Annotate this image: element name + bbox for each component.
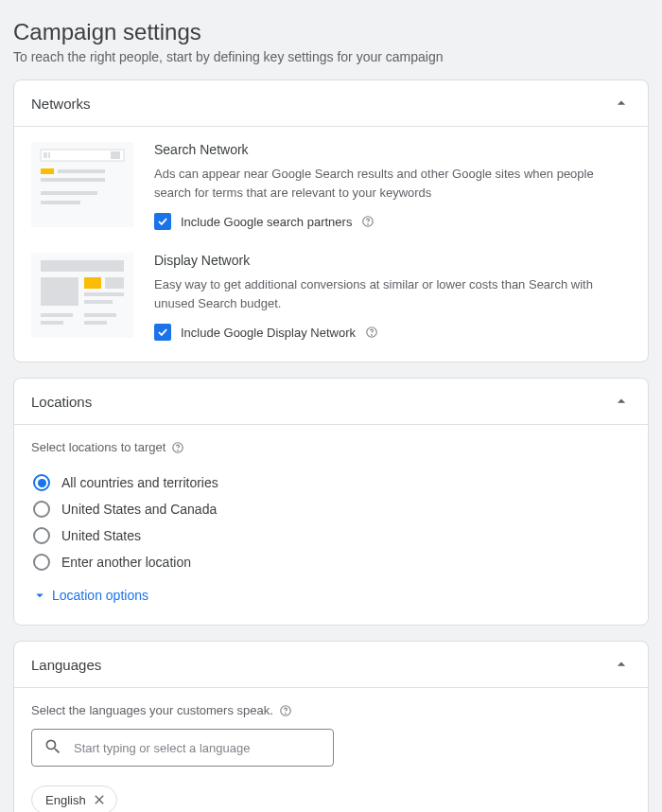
location-options-label: Location options xyxy=(52,588,148,603)
search-network-desc: Ads can appear near Google Search result… xyxy=(154,165,631,202)
svg-point-11 xyxy=(368,224,369,225)
display-network-thumb xyxy=(31,253,133,341)
radio-icon xyxy=(33,501,50,518)
svg-point-28 xyxy=(286,713,287,714)
networks-title: Networks xyxy=(31,96,91,112)
chevron-up-icon xyxy=(612,392,631,411)
svg-rect-16 xyxy=(105,277,124,289)
locations-instruction: Select locations to target xyxy=(31,440,166,454)
help-icon[interactable] xyxy=(279,704,292,717)
search-partners-label: Include Google search partners xyxy=(181,215,352,229)
svg-rect-14 xyxy=(41,277,78,306)
radio-icon xyxy=(33,474,50,491)
display-network-title: Display Network xyxy=(154,253,631,268)
search-partners-checkbox[interactable] xyxy=(154,213,171,230)
page-subtitle: To reach the right people, start by defi… xyxy=(13,49,649,64)
networks-card: Networks xyxy=(13,79,649,362)
svg-point-26 xyxy=(178,450,179,450)
svg-rect-20 xyxy=(41,321,63,325)
search-network-title: Search Network xyxy=(154,142,631,157)
svg-rect-6 xyxy=(58,169,105,173)
svg-rect-5 xyxy=(41,168,54,174)
page-title: Campaign settings xyxy=(13,19,649,45)
help-icon[interactable] xyxy=(365,326,378,339)
language-chip[interactable]: English xyxy=(31,786,117,812)
svg-rect-4 xyxy=(111,151,120,159)
svg-rect-17 xyxy=(84,292,124,296)
radio-label-all: All countries and territories xyxy=(61,475,218,490)
radio-all-countries[interactable]: All countries and territories xyxy=(31,469,631,496)
svg-rect-9 xyxy=(41,201,80,204)
svg-rect-15 xyxy=(84,277,101,289)
svg-point-24 xyxy=(372,335,373,336)
svg-rect-2 xyxy=(44,152,47,158)
locations-title: Locations xyxy=(31,394,92,410)
close-icon[interactable] xyxy=(92,792,107,807)
chevron-up-icon xyxy=(612,94,631,113)
locations-card: Locations Select locations to target All… xyxy=(13,378,649,626)
radio-icon xyxy=(33,554,50,571)
display-network-desc: Easy way to get additional conversions a… xyxy=(154,275,631,312)
svg-rect-13 xyxy=(41,260,124,272)
display-network-row: Display Network Easy way to get addition… xyxy=(31,253,631,341)
search-network-row: Search Network Ads can appear near Googl… xyxy=(31,142,631,230)
svg-rect-22 xyxy=(84,321,107,325)
radio-icon xyxy=(33,527,50,544)
search-network-thumb xyxy=(31,142,133,230)
radio-label-us-ca: United States and Canada xyxy=(61,502,217,517)
display-network-checkbox[interactable] xyxy=(154,324,171,341)
svg-rect-8 xyxy=(41,191,97,195)
location-options-toggle[interactable]: Location options xyxy=(31,587,631,604)
languages-header[interactable]: Languages xyxy=(14,642,648,688)
radio-label-other: Enter another location xyxy=(61,555,191,570)
language-input-wrapper[interactable] xyxy=(31,729,334,767)
svg-rect-3 xyxy=(48,152,50,158)
languages-card: Languages Select the languages your cust… xyxy=(13,641,649,812)
svg-rect-19 xyxy=(41,313,73,317)
svg-rect-21 xyxy=(84,313,116,317)
help-icon[interactable] xyxy=(361,215,375,228)
svg-rect-18 xyxy=(84,300,113,304)
languages-title: Languages xyxy=(31,657,101,673)
languages-instruction: Select the languages your customers spea… xyxy=(31,703,273,717)
svg-rect-7 xyxy=(41,178,105,182)
search-icon xyxy=(44,737,62,759)
radio-us-canada[interactable]: United States and Canada xyxy=(31,496,631,522)
networks-header[interactable]: Networks xyxy=(14,80,648,127)
chevron-up-icon xyxy=(612,655,631,674)
radio-other-location[interactable]: Enter another location xyxy=(31,549,631,575)
help-icon[interactable] xyxy=(171,441,184,454)
chevron-down-icon xyxy=(31,587,48,604)
language-input[interactable] xyxy=(72,740,322,756)
radio-us[interactable]: United States xyxy=(31,522,631,549)
chip-label: English xyxy=(45,793,86,807)
display-network-label: Include Google Display Network xyxy=(181,326,356,340)
locations-header[interactable]: Locations xyxy=(14,379,648,425)
radio-label-us: United States xyxy=(61,528,141,543)
